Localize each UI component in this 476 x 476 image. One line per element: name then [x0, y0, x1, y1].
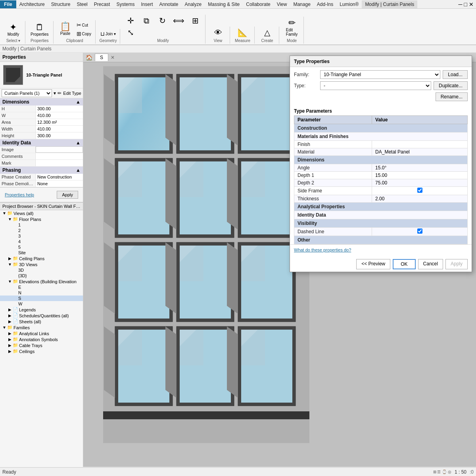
prop-value-height[interactable]: 300.00 [36, 132, 83, 139]
menu-addins[interactable]: Add-Ins [314, 0, 336, 8]
tree-item-families[interactable]: ▼ 📁 Families [0, 324, 83, 330]
canvas-close-btn[interactable]: ✕ [111, 55, 115, 60]
ribbon-btn-rotate[interactable]: ↻ [155, 15, 169, 26]
tree-item-elevations[interactable]: ▼ 📁 Elevations (Building Elevation [0, 278, 83, 284]
menu-steel[interactable]: Steel [73, 0, 90, 8]
dialog-apply-btn[interactable]: Apply [445, 259, 468, 269]
menu-collaborate[interactable]: Collaborate [243, 0, 273, 8]
tree-item-analytical-links[interactable]: ▶ 📁 Analytical Links [0, 330, 83, 336]
menu-structure[interactable]: Structure [48, 0, 74, 8]
tree-item-3d-views[interactable]: ▼ 📁 3D Views [0, 261, 83, 267]
depth2-value[interactable]: 75.00 [372, 179, 468, 187]
tree-item-fp-5[interactable]: 5 [0, 244, 83, 250]
tree-item-fp-4[interactable]: 4 [0, 239, 83, 244]
menu-systems[interactable]: Systems [113, 0, 138, 8]
window-close-icon[interactable]: ✕ [469, 1, 474, 8]
tree-item-elev-e[interactable]: E [0, 284, 83, 290]
family-select[interactable]: 10-Triangle Panel [320, 70, 440, 79]
ribbon-btn-edit-family[interactable]: ✏ EditFamily [284, 17, 299, 38]
rename-btn[interactable]: Rename... [436, 92, 468, 101]
ribbon-btn-mirror[interactable]: ⟺ [171, 15, 186, 26]
menu-modify[interactable]: Modify | Curtain Panels [362, 0, 417, 8]
duplicate-btn[interactable]: Duplicate... [434, 81, 468, 90]
tree-item-3d-curly[interactable]: {3D} [0, 273, 83, 278]
tree-item-ceiling-plans[interactable]: ▶ 📁 Ceiling Plans [0, 255, 83, 261]
ribbon-btn-properties[interactable]: 🗒 Properties [29, 22, 51, 38]
tree-item-schedules[interactable]: ▶ 📄 Schedules/Quantities (all) [0, 313, 83, 319]
ribbon-btn-array[interactable]: ⊞ [188, 15, 202, 26]
tree-item-fp-1[interactable]: 1 [0, 222, 83, 228]
ribbon-btn-measure[interactable]: 📐 [236, 27, 250, 38]
depth1-value[interactable]: 15.00 [372, 172, 468, 179]
phasing-section-header[interactable]: Phasing ▲ [0, 167, 83, 174]
preview-btn[interactable]: << Preview [356, 259, 390, 269]
side-frame-value[interactable] [372, 187, 468, 195]
properties-help-link[interactable]: Properties help [2, 191, 36, 199]
tree-item-sheets[interactable]: ▶ 📄 Sheets (all) [0, 319, 83, 324]
dashed-line-value[interactable] [372, 228, 468, 236]
category-selector[interactable]: Curtain Panels (1) [2, 89, 52, 97]
tree-item-ceilings[interactable]: ▶ 📁 Ceilings [0, 348, 83, 354]
angle-value[interactable]: 15.0° [372, 164, 468, 172]
prop-value-w[interactable]: 410.00 [36, 112, 83, 119]
edit-type-btn[interactable]: Edit Type [63, 91, 81, 96]
ribbon-btn-scale[interactable]: ⤡ [123, 27, 138, 38]
menu-architecture[interactable]: Architecture [16, 0, 48, 8]
menu-lumion[interactable]: Lumion® [336, 0, 362, 8]
menu-annotate[interactable]: Annotate [156, 0, 181, 8]
tree-item-annotation-symbols[interactable]: ▶ 📁 Annotation Symbols [0, 336, 83, 342]
tree-item-elev-n[interactable]: N [0, 290, 83, 296]
dimensions-section-header[interactable]: Dimensions ▲ [0, 98, 83, 106]
tree-item-cable-trays[interactable]: ▶ 📁 Cable Trays [0, 342, 83, 348]
ribbon-btn-copy[interactable]: ⊞ Copy [75, 30, 93, 38]
menu-precast[interactable]: Precast [91, 0, 113, 8]
tree-item-fp-2[interactable]: 2 [0, 228, 83, 233]
tree-item-elev-s[interactable]: S [0, 296, 83, 301]
prop-value-phase-demolished[interactable]: None [36, 180, 83, 187]
ribbon-btn-create[interactable]: △ [260, 27, 274, 38]
menu-insert[interactable]: Insert [138, 0, 156, 8]
prop-value-image[interactable] [36, 146, 83, 153]
prop-value-h[interactable]: 300.00 [36, 106, 83, 112]
tree-item-legends[interactable]: ▶ 📄 Legends [0, 307, 83, 313]
ribbon-btn-cut[interactable]: ✂ Cut [75, 21, 93, 29]
ribbon-btn-paste[interactable]: 📋 Paste [57, 21, 74, 38]
thickness-value[interactable]: 2.00 [372, 195, 468, 203]
ribbon-btn-modify[interactable]: ✦ Modify [6, 22, 21, 38]
tree-item-elev-w[interactable]: W [0, 301, 83, 307]
identity-section-header[interactable]: Identity Data ▲ [0, 139, 83, 146]
tree-item-views[interactable]: ▼ 📁 Views (all) [0, 210, 83, 216]
tree-item-3d[interactable]: 3D [0, 267, 83, 273]
menu-massing[interactable]: Massing & Site [205, 0, 243, 8]
prop-value-comments[interactable] [36, 153, 83, 159]
ok-btn[interactable]: OK [393, 259, 415, 269]
home-icon[interactable]: 🏠 [86, 54, 92, 61]
tree-item-fp-3[interactable]: 3 [0, 233, 83, 239]
dashed-line-checkbox[interactable] [417, 228, 422, 234]
ribbon-btn-view[interactable]: 👁 [211, 27, 225, 38]
finish-value[interactable] [372, 141, 468, 148]
load-btn[interactable]: Load... [443, 70, 468, 79]
menu-manage[interactable]: Manage [290, 0, 313, 8]
ribbon-btn-copy2[interactable]: ⧉ [139, 15, 154, 26]
ribbon-btn-move[interactable]: ✛ [123, 15, 138, 26]
window-restore-icon[interactable]: □ [464, 1, 467, 8]
type-select[interactable]: - [320, 81, 431, 90]
browser-tree[interactable]: ▼ 📁 Views (all) ▼ 📁 Floor Plans 1 2 3 [0, 210, 83, 467]
properties-apply-btn[interactable]: Apply [57, 191, 78, 199]
canvas-tab[interactable]: S [95, 54, 108, 61]
prop-value-phase-created[interactable]: New Construction [36, 174, 83, 180]
tree-item-fp-site[interactable]: Site [0, 250, 83, 255]
prop-value-mark[interactable] [36, 160, 83, 166]
tree-item-floor-plans[interactable]: ▼ 📁 Floor Plans [0, 216, 83, 222]
menu-file[interactable]: File [0, 0, 16, 8]
menu-analyze[interactable]: Analyze [182, 0, 205, 8]
prop-value-width[interactable]: 410.00 [36, 126, 83, 132]
menu-view[interactable]: View [274, 0, 290, 8]
ribbon-btn-join[interactable]: ⊔Join ▾ [99, 30, 117, 38]
what-do-properties-link[interactable]: What do these properties do? [294, 248, 351, 252]
side-frame-checkbox[interactable] [417, 188, 422, 193]
window-minimize-icon[interactable]: ─ [459, 1, 463, 8]
material-value[interactable]: DA_Metal Panel [372, 148, 468, 156]
cancel-btn[interactable]: Cancel [418, 259, 443, 269]
